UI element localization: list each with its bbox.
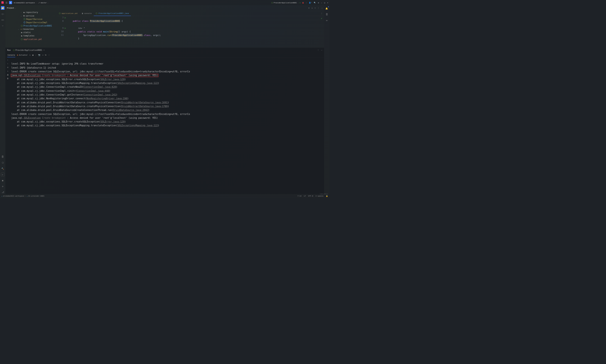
more-actions-icon[interactable]: ⋮ bbox=[305, 2, 307, 3]
tab-console[interactable]: ▣ console bbox=[80, 11, 94, 16]
source-link[interactable]: SQLExceptionsMapping.java:122 bbox=[117, 82, 158, 84]
close-icon[interactable]: ✕ bbox=[327, 2, 328, 3]
hide-panel-icon[interactable]: — bbox=[322, 7, 323, 9]
source-link[interactable]: NonRegisteringDriver.java:198 bbox=[87, 97, 127, 100]
collapse-all-icon[interactable]: ✕ bbox=[315, 7, 316, 9]
run-options-icon[interactable]: ⋮ bbox=[317, 49, 319, 51]
problems-tool-icon[interactable]: ⊘ bbox=[1, 184, 4, 188]
create-breakpoint-link[interactable]: Create breakpoint bbox=[41, 74, 67, 77]
structure-tool-icon[interactable]: ▭▭ bbox=[1, 18, 4, 22]
tree-folder[interactable]: 🖿templates bbox=[18, 34, 57, 38]
source-link[interactable]: SQLError.java:129 bbox=[101, 120, 124, 123]
source-link[interactable]: DruidAbstractDataSource.java:1691 bbox=[122, 101, 167, 104]
file-tree[interactable]: ›🖿repository ⌄🖿service ⒾDepartService ⒸD… bbox=[5, 11, 57, 48]
rerun-icon[interactable]: ↻ bbox=[29, 54, 30, 56]
source-link[interactable]: ConnectionImpl.java:448 bbox=[77, 89, 109, 92]
layout-icon[interactable]: ⧉ bbox=[45, 54, 46, 56]
left-tool-rail: 📁 -○- ▭▭ ⋯ 🗄 ⬡ 🔨 ▷ ▣ ⊘ ⎇ bbox=[0, 5, 5, 194]
source-link[interactable]: DruidDataSource.java:2942 bbox=[113, 109, 148, 111]
console-output[interactable]: level-INFO No LoadTimeWeaver setup: igno… bbox=[10, 57, 324, 194]
project-title-text: Project bbox=[7, 7, 14, 9]
tree-folder[interactable]: ⌄🖿service bbox=[18, 14, 57, 17]
services-tool-icon[interactable]: ⬡ bbox=[1, 161, 4, 164]
run-line-icon[interactable]: ▷ bbox=[65, 16, 68, 19]
source-link[interactable]: DruidAbstractDataSource.java:1789 bbox=[122, 105, 167, 107]
down-stack-icon[interactable]: ↓ bbox=[7, 63, 8, 65]
notifications-icon[interactable]: 🔔 bbox=[325, 7, 329, 10]
close-tab-icon[interactable]: ✕ bbox=[43, 49, 44, 51]
tab-provider-application[interactable]: ⬡ ProviderApplication8081.java bbox=[94, 11, 131, 16]
stop-icon[interactable]: ■ bbox=[32, 54, 34, 56]
project-badge[interactable]: A bbox=[9, 1, 12, 4]
project-panel-title[interactable]: Project ⌄ bbox=[7, 7, 16, 9]
build-tool-icon[interactable]: 🔨 bbox=[1, 167, 4, 170]
tree-folder[interactable]: ›🖿repository bbox=[18, 11, 57, 14]
project-selector[interactable]: alibaba2022-workspace ⌄ bbox=[14, 2, 37, 3]
soft-wrap-icon[interactable]: ⇶ bbox=[7, 66, 8, 68]
source-link[interactable]: SQLExceptionsMapping.java:122 bbox=[117, 124, 158, 127]
maven-icon[interactable]: m bbox=[325, 18, 329, 22]
more-tools-icon[interactable]: ⋯ bbox=[1, 24, 4, 27]
export-icon[interactable]: ⇥ bbox=[42, 54, 43, 56]
select-opened-file-icon[interactable]: ⊕ bbox=[309, 7, 310, 9]
toolbar-more-icon[interactable]: ⋮ bbox=[48, 54, 50, 56]
tab-application-yml[interactable]: ⬡ application.yml bbox=[57, 11, 80, 16]
screenshot-icon[interactable]: 📷 bbox=[38, 54, 40, 56]
run-tool-icon[interactable]: ▷ bbox=[1, 173, 4, 176]
maximize-icon[interactable]: ▢ bbox=[324, 2, 325, 3]
up-stack-icon[interactable]: ↑ bbox=[7, 59, 8, 61]
tree-file[interactable]: ⬡application.yml bbox=[18, 38, 57, 41]
indent-settings[interactable]: 4 spaces bbox=[316, 195, 323, 197]
line-separator[interactable]: LF bbox=[304, 195, 306, 197]
tree-folder[interactable]: 🖿static bbox=[18, 31, 57, 34]
inspection-ok-icon[interactable]: ✓ bbox=[321, 17, 322, 20]
code-editor[interactable]: 7 8 9 10 11 ▷ ▷ bbox=[57, 16, 324, 47]
chevron-down-icon: ⌄ bbox=[36, 2, 37, 3]
cursor-position[interactable]: 7:14 bbox=[297, 195, 302, 197]
search-icon[interactable]: 🔍 bbox=[314, 2, 316, 3]
branch-selector[interactable]: ⎇ master ⌄ bbox=[38, 2, 48, 3]
print-icon[interactable]: 🖶 bbox=[7, 74, 9, 76]
scroll-to-end-icon[interactable]: ⤓ bbox=[7, 70, 9, 72]
debug-button[interactable]: 🐞 bbox=[302, 2, 304, 3]
tree-file[interactable]: ⒾDepartService bbox=[18, 17, 57, 21]
log-line: level-INFO No LoadTimeWeaver setup: igno… bbox=[11, 63, 103, 65]
project-tool-icon[interactable]: 📁 bbox=[1, 6, 4, 10]
code-with-me-icon[interactable]: 👤⁺ bbox=[309, 2, 312, 3]
hamburger-icon[interactable]: ☰ bbox=[5, 1, 8, 4]
encoding[interactable]: UTF-8 bbox=[308, 195, 313, 197]
database-tool-icon[interactable]: 🗄 bbox=[1, 155, 4, 158]
run-button[interactable]: ▷ bbox=[300, 2, 301, 3]
panel-options-icon[interactable]: ⋮ bbox=[317, 7, 319, 9]
git-tool-icon[interactable]: ⎇ bbox=[1, 190, 4, 194]
readonly-lock-icon[interactable]: 🔒 bbox=[326, 195, 328, 197]
run-line-icon[interactable]: ▷ bbox=[65, 26, 68, 30]
minimize-icon[interactable]: — bbox=[321, 2, 322, 3]
clear-all-icon[interactable]: 🗑 bbox=[7, 78, 9, 79]
tab-label: console bbox=[84, 12, 92, 14]
run-config-tab[interactable]: ⬡ ProviderApplication8081 ✕ bbox=[13, 49, 44, 51]
exception-link[interactable]: SQLException bbox=[24, 116, 41, 119]
tree-file[interactable]: ⒸDepartServiceImpl bbox=[18, 21, 57, 24]
actuator-tab[interactable]: ◐ Actuator bbox=[17, 54, 28, 56]
code-content[interactable]: public class ProviderApplication8081 { n… bbox=[68, 16, 324, 47]
database-icon[interactable]: 🗄 bbox=[325, 13, 329, 16]
terminal-tool-icon[interactable]: ▣ bbox=[1, 179, 4, 182]
breadcrumb[interactable]: ▫ alibaba2022-workspace › ▫ 01-provider-… bbox=[2, 195, 44, 197]
tree-file[interactable]: ⬡ProviderApplication8081 bbox=[18, 24, 57, 27]
exception-link[interactable]: SQLException bbox=[24, 74, 41, 77]
tree-label: resources bbox=[23, 28, 34, 31]
commit-tool-icon[interactable]: -○- bbox=[1, 12, 4, 16]
tabs-options-icon[interactable]: ⋮ bbox=[321, 12, 323, 14]
settings-icon[interactable]: ⚙ bbox=[318, 2, 319, 3]
tree-folder[interactable]: ⌄▭resources bbox=[18, 27, 57, 31]
titlebar: ☰ A alibaba2022-workspace ⌄ ⎇ master ⌄ ⬡… bbox=[0, 0, 330, 5]
expand-all-icon[interactable]: ⇲ bbox=[311, 7, 312, 9]
create-breakpoint-link[interactable]: Create breakpoint bbox=[41, 116, 67, 119]
source-link[interactable]: SQLError.java:129 bbox=[101, 78, 124, 80]
source-link[interactable]: ConnectionImpl.java:241 bbox=[84, 93, 116, 96]
console-tab[interactable]: Console bbox=[7, 53, 15, 57]
source-link[interactable]: ConnectionImpl.java:828 bbox=[84, 86, 116, 88]
run-config-selector[interactable]: ⬡ ProviderApplication8081 ⌄ bbox=[271, 2, 298, 3]
hide-run-panel-icon[interactable]: — bbox=[321, 49, 322, 51]
